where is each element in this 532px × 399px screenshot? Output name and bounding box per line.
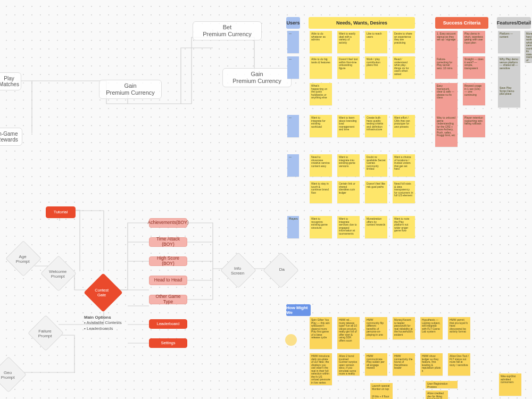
sticky-success[interactable]: Easy framework, clear & safe — please no… (435, 83, 458, 115)
sticky[interactable]: Desire to share an experience they are p… (393, 31, 415, 53)
sticky-hmw[interactable]: HMW rel... more release type? fun all 10… (337, 317, 360, 349)
sticky[interactable]: Doesn't feel lost within first-time onbo… (337, 56, 360, 79)
node-bet-premium[interactable]: BetPremium Currency (193, 21, 262, 40)
sticky-hmw[interactable]: HMW introduce daily pro-plate of our fak… (310, 353, 332, 385)
sticky-hmw[interactable]: [if this + if floor flip] (370, 394, 393, 399)
sticky[interactable]: Want to easily deal with a variety of ac… (337, 31, 360, 53)
node-gain-premium-top[interactable]: GainPremium Currency (222, 68, 292, 87)
sticky[interactable]: Want to note the Play platform not wider… (393, 216, 415, 238)
diamond-welcome-prompt[interactable]: WelcomePrompt (40, 255, 77, 292)
option-other-game[interactable]: Other Game Type (149, 295, 187, 304)
node-tutorial[interactable]: Tutorial (46, 206, 76, 218)
sticky[interactable]: Want to stay in touch & continue brand f… (310, 181, 332, 203)
sticky[interactable]: Want to integrate for existing workload (310, 115, 332, 137)
header-features[interactable]: Features/Detail (497, 17, 531, 29)
sticky-hmw[interactable]: Allow 2 bond involved Gunner surplus ope… (337, 353, 360, 376)
diamond-age-prompt[interactable]: AgePrompt (5, 240, 41, 277)
diamond-failure-prompt[interactable]: FailurePrompt (28, 315, 64, 351)
sticky[interactable]: Doesn't feel like risk goal paths (365, 181, 387, 203)
diagram-canvas[interactable]: BetPremium Currency GainPremium Currency… (0, 0, 532, 399)
sticky[interactable]: Want effort / CMs that can prototype for… (393, 115, 415, 137)
sticky[interactable]: Doubt re: available Secret Games commonl… (365, 154, 387, 177)
sticky-hmw[interactable]: Hypothesis — Lasting subject, will integ… (420, 317, 443, 339)
sticky-success[interactable]: Play demo in short, seamless gating with… (463, 31, 485, 53)
ellipse-marker[interactable] (285, 334, 297, 346)
diamond-label: GeoPrompt (0, 370, 24, 380)
sticky-feature[interactable]: Why Play demo versus platform --- shared… (498, 56, 520, 88)
sticky-hmw[interactable]: Allow credited dev for liking hand back … (426, 390, 448, 399)
sticky-hmw[interactable]: User Registration Process (426, 381, 458, 388)
sticky-hmw[interactable]: HMW show ledger so they feature, first l… (420, 353, 443, 376)
sticky-feature[interactable]: Save Play Script Demo pilot place (498, 85, 520, 107)
main-options-title: Main Options (84, 315, 122, 320)
sticky-hmw[interactable]: Spin Gifter You Play — this adv will/doe… (310, 317, 332, 349)
diamond-label: Da (266, 267, 298, 272)
option-head-to-head[interactable]: Head to Head (149, 276, 187, 285)
option-achievements[interactable]: Achievements(BOY) (149, 218, 187, 228)
header-hmw[interactable]: How Might We (286, 304, 311, 316)
node-ingame-rewards[interactable]: In-GameRewards (0, 128, 22, 146)
sticky-hmw[interactable]: Allow Dev-Tool / FLT status not more fal… (448, 353, 470, 376)
sticky[interactable]: Work / play contribution plans first (365, 56, 387, 79)
main-options-line1: • Available Contests (84, 320, 122, 326)
sticky-hmw[interactable]: HMW communicate Play adden per all engag… (365, 353, 387, 376)
option-high-score[interactable]: High Score (BOY) (149, 256, 187, 266)
sticky[interactable]: Want to recognize existing game structur… (310, 216, 332, 238)
option-settings[interactable]: Settings (149, 338, 187, 348)
sticky[interactable]: What's happening on the quick holdbacks … (310, 83, 332, 105)
sticky-success[interactable]: Failure-correcting for Play server sets:… (435, 56, 458, 79)
diamond-label: InfoScreen (222, 266, 254, 276)
option-leaderboard[interactable]: Leaderboard (149, 319, 187, 329)
diamond-label: ContestGate (86, 288, 118, 297)
diamond-geo-prompt[interactable]: GeoPrompt (0, 356, 27, 393)
sticky[interactable]: Want a choice of locations / trusted ord… (393, 154, 415, 177)
sticky-success[interactable]: Way to onboard game understanding for th… (435, 115, 458, 147)
main-options-text: Main Options • Available Contests • Lead… (84, 315, 122, 331)
header-needs[interactable]: Needs, Wants, Desires (309, 17, 415, 29)
sticky-hmw[interactable]: HMW community flip different benefits of… (365, 317, 387, 339)
header-users[interactable]: Users (286, 17, 300, 29)
sticky-user-2[interactable]: — (287, 56, 299, 79)
sticky-success[interactable]: Reward usage in 1 sec (10s) — one contin… (463, 83, 485, 105)
header-success[interactable]: Success Criteria (435, 17, 488, 29)
sticky-feature[interactable]: Money-hard workflow which cannot monitor… (525, 31, 532, 63)
diamond-da[interactable]: Da (263, 252, 299, 288)
diamond-label: AgePrompt (7, 254, 39, 264)
sticky[interactable]: Able to do whatever as admins (310, 31, 332, 53)
sticky-hmw[interactable]: HMW permit that pro-loyal fx have discov… (448, 317, 470, 339)
sticky[interactable]: Read / understand what play-things do fo… (393, 56, 415, 79)
sticky-hmw[interactable]: HMW connectivity the found of friendline… (393, 353, 415, 376)
sticky[interactable]: Create built-have quality testing criter… (365, 115, 387, 137)
sticky[interactable]: Able to do big tasks & features (310, 56, 332, 79)
sticky-user-1[interactable]: — (287, 31, 299, 53)
diamond-label: WelcomePrompt (42, 269, 74, 279)
option-time-attack[interactable]: Time Attack (BOY) (149, 237, 187, 247)
sticky[interactable]: Want to integrate into existing game ver… (337, 154, 360, 177)
sticky[interactable]: Need to showcase creative service conten… (310, 154, 332, 177)
sticky-user-3[interactable]: — (287, 115, 299, 137)
sticky[interactable]: Need full stats & data transparency for … (393, 181, 415, 203)
sticky-user-4[interactable]: — (287, 154, 299, 177)
main-options-line2: • Leaderboards (84, 326, 122, 331)
sticky-hmw[interactable]: Was-topGlist admitted consumers (499, 373, 521, 396)
sticky[interactable]: Certain link or shared identities coin l… (337, 181, 360, 203)
sticky[interactable]: Like to reach users (365, 31, 387, 53)
diamond-info-screen[interactable]: InfoScreen (220, 252, 256, 288)
diamond-contest-gate[interactable]: ContestGate (84, 273, 123, 312)
sticky-feature[interactable]: Platform --- content (498, 31, 520, 53)
sticky-user-5[interactable]: Players (287, 216, 299, 238)
sticky[interactable]: Want to learn about branding load manage… (337, 115, 360, 137)
sticky-success[interactable]: Player retention supporting sets failing… (463, 115, 485, 137)
sticky[interactable]: Monetization offers by context rewards (365, 216, 387, 238)
sticky[interactable]: Want to integrate services due to engage… (337, 216, 360, 238)
node-gain-premium-mid[interactable]: GainPremium Currency (99, 80, 162, 99)
sticky-hmw[interactable]: Money/Ascent to leader pass/profit for r… (393, 317, 415, 339)
diamond-label: FailurePrompt (29, 329, 61, 338)
sticky-success[interactable]: Straight — does it work? — simple, trans… (463, 56, 485, 79)
node-play-matches[interactable]: PlayMatches (0, 72, 21, 90)
